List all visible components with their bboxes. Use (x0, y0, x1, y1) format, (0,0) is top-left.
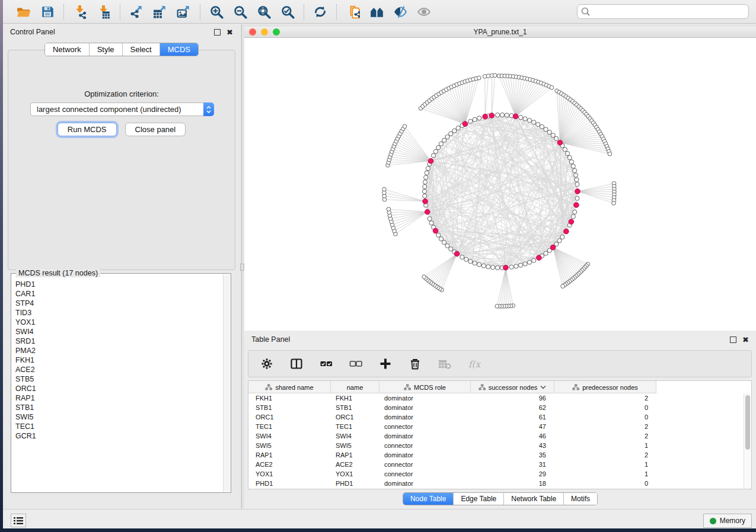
add-column-button[interactable] (378, 356, 393, 371)
network-node[interactable] (561, 284, 565, 289)
mcds-result-item[interactable]: STB5 (15, 374, 223, 384)
network-node[interactable] (571, 214, 575, 219)
table-row[interactable]: YOX1YOX1connector291 (248, 469, 744, 479)
network-node[interactable] (527, 118, 531, 123)
network-node[interactable] (431, 153, 435, 158)
selected-node[interactable] (537, 255, 542, 261)
network-node[interactable] (575, 196, 579, 200)
selected-node[interactable] (454, 251, 460, 257)
table-row[interactable]: ORC1ORC1dominator610 (248, 412, 744, 422)
network-node[interactable] (612, 201, 616, 206)
network-node[interactable] (569, 160, 573, 164)
panel-divider[interactable] (240, 24, 244, 508)
network-node[interactable] (481, 264, 486, 268)
network-node[interactable] (523, 262, 527, 266)
selected-node[interactable] (489, 113, 495, 118)
network-node[interactable] (500, 113, 504, 117)
mcds-result-item[interactable]: TID3 (15, 308, 223, 318)
network-node[interactable] (573, 173, 578, 177)
network-node[interactable] (554, 136, 559, 140)
network-node[interactable] (456, 126, 460, 130)
network-node[interactable] (473, 117, 477, 121)
close-panel-button[interactable]: Close panel (125, 123, 186, 136)
task-history-button[interactable] (11, 514, 26, 527)
table-row[interactable]: FKH1FKH1dominator962 (248, 393, 744, 403)
run-mcds-button[interactable]: Run MCDS (58, 123, 117, 136)
network-node[interactable] (536, 122, 540, 126)
network-node[interactable] (468, 259, 473, 264)
export-image-button[interactable] (176, 4, 192, 20)
network-node[interactable] (523, 117, 527, 121)
selected-node[interactable] (564, 229, 569, 234)
network-node[interactable] (514, 264, 518, 268)
network-node[interactable] (442, 241, 446, 245)
table-scrollbar[interactable] (744, 393, 751, 489)
network-node[interactable] (439, 142, 443, 146)
zoom-selected-button[interactable] (280, 4, 295, 20)
network-node[interactable] (428, 217, 432, 221)
network-node[interactable] (425, 171, 429, 175)
network-node[interactable] (550, 85, 554, 89)
tab-network[interactable]: Network (45, 43, 90, 56)
mcds-result-item[interactable]: YOX1 (15, 318, 223, 327)
zoom-fit-button[interactable] (256, 4, 272, 20)
table-row[interactable]: SWI5SWI5connector431 (248, 441, 744, 450)
selected-node[interactable] (574, 203, 579, 208)
selected-node[interactable] (428, 158, 433, 164)
network-node[interactable] (464, 257, 468, 261)
selected-node[interactable] (557, 140, 563, 145)
selected-node[interactable] (513, 114, 518, 119)
network-node[interactable] (571, 164, 575, 168)
tab-node-table[interactable]: Node Table (403, 493, 454, 505)
toggle-panel-layout-button[interactable] (289, 356, 304, 371)
selected-node[interactable] (483, 114, 488, 120)
network-node[interactable] (544, 251, 548, 255)
zoom-out-button[interactable] (232, 4, 248, 20)
network-node[interactable] (387, 207, 391, 211)
network-node[interactable] (445, 243, 449, 248)
network-node[interactable] (486, 74, 490, 78)
network-node[interactable] (449, 132, 453, 136)
mcds-result-item[interactable]: SWI5 (15, 412, 223, 422)
selected-node[interactable] (425, 209, 430, 214)
network-node[interactable] (547, 130, 551, 134)
network-node[interactable] (557, 239, 562, 243)
search-input[interactable] (577, 4, 749, 19)
table-row[interactable]: ACE2ACE2connector311 (248, 460, 744, 469)
network-node[interactable] (477, 76, 481, 80)
network-node[interactable] (436, 233, 441, 237)
delete-column-button[interactable] (407, 356, 423, 371)
tab-network-table[interactable]: Network Table (504, 493, 564, 505)
memory-button[interactable]: Memory (703, 514, 752, 528)
network-node[interactable] (532, 258, 536, 262)
table-settings-button[interactable] (259, 356, 275, 371)
import-network-button[interactable] (72, 4, 88, 20)
save-session-button[interactable] (40, 4, 55, 20)
mcds-result-item[interactable]: SWI4 (15, 327, 223, 336)
table-row[interactable]: STB1STB1dominator620 (248, 403, 744, 412)
network-node[interactable] (442, 138, 446, 142)
network-canvas[interactable] (244, 38, 756, 331)
deselect-all-rows-button[interactable] (348, 356, 363, 371)
mcds-list-scrollbar[interactable] (223, 274, 230, 492)
mcds-result-item[interactable]: STP4 (15, 299, 223, 308)
mcds-result-item[interactable]: ACE2 (15, 365, 223, 374)
network-node[interactable] (495, 305, 499, 309)
mcds-result-item[interactable]: PMA2 (15, 346, 223, 355)
network-node[interactable] (518, 263, 522, 267)
optimization-select[interactable]: largest connected component (undirected) (30, 102, 214, 116)
network-node[interactable] (509, 265, 513, 269)
mcds-result-item[interactable]: FKH1 (15, 355, 223, 365)
network-node[interactable] (439, 237, 443, 241)
selected-node[interactable] (575, 189, 580, 194)
network-node[interactable] (491, 265, 495, 270)
network-node[interactable] (544, 127, 548, 132)
network-node[interactable] (551, 133, 555, 137)
selected-node[interactable] (462, 121, 468, 127)
tab-mcds[interactable]: MCDS (160, 43, 198, 56)
mcds-result-item[interactable]: CAR1 (15, 289, 223, 299)
float-panel-icon[interactable] (214, 29, 221, 36)
network-node[interactable] (565, 151, 569, 155)
network-node[interactable] (445, 134, 449, 139)
mcds-result-item[interactable]: SRD1 (15, 336, 223, 346)
